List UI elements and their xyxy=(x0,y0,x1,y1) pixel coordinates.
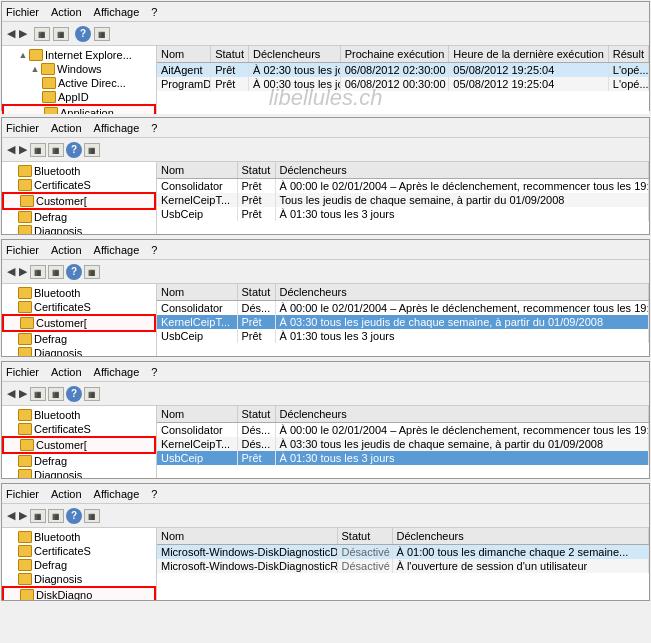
fwd-btn-2[interactable]: ▶ xyxy=(19,143,27,156)
list-pane-2: Nom Statut Déclencheurs Consolidator Prê… xyxy=(157,162,649,234)
tree-item-application[interactable]: Application xyxy=(2,104,156,114)
fwd-btn-5[interactable]: ▶ xyxy=(19,509,27,522)
tree-item-appid[interactable]: AppID xyxy=(2,90,156,104)
menu-help-2[interactable]: ? xyxy=(151,122,157,134)
tree-item-customer-4[interactable]: Customer[ xyxy=(2,436,156,454)
cell-result: L'opé... xyxy=(608,77,648,91)
cell-last: 05/08/2012 19:25:04 xyxy=(449,77,608,91)
tree-pane-4: Bluetooth CertificateS Customer[ Defrag … xyxy=(2,406,157,478)
table-row[interactable]: UsbCeip Prêt À 01:30 tous les 3 jours xyxy=(157,207,649,221)
table-row[interactable]: ProgramDat... Prêt À 00:30 tous les jour… xyxy=(157,77,649,91)
tree-item-defrag-5[interactable]: Defrag xyxy=(2,558,156,572)
tree-item-defrag-2[interactable]: Defrag xyxy=(2,210,156,224)
tree-item-diagnosis-5[interactable]: Diagnosis xyxy=(2,572,156,586)
tree-item-diagnosis-2[interactable]: Diagnosis xyxy=(2,224,156,234)
menubar-1: Fichier Action Affichage ? xyxy=(2,2,649,22)
tree-item-cert-2[interactable]: CertificateS xyxy=(2,178,156,192)
tree-item-cert-3[interactable]: CertificateS xyxy=(2,300,156,314)
tree-item-cert-5[interactable]: CertificateS xyxy=(2,544,156,558)
tree-item-bluetooth-5[interactable]: Bluetooth xyxy=(2,530,156,544)
help-icon-3[interactable]: ? xyxy=(66,264,82,280)
table-row[interactable]: KernelCeipT... Prêt À 03:30 tous les jeu… xyxy=(157,315,649,329)
help-icon-1[interactable]: ? xyxy=(75,26,91,42)
back-btn-4[interactable]: ◀ xyxy=(7,387,15,400)
menu-fichier-3[interactable]: Fichier xyxy=(6,244,39,256)
menu-help[interactable]: ? xyxy=(151,6,157,18)
table-row[interactable]: UsbCeip Prêt À 01:30 tous les 3 jours xyxy=(157,451,649,465)
menu-fichier-5[interactable]: Fichier xyxy=(6,488,39,500)
menu-fichier-2[interactable]: Fichier xyxy=(6,122,39,134)
task-table-3: Nom Statut Déclencheurs Consolidator Dés… xyxy=(157,284,649,343)
task-table-4: Nom Statut Déclencheurs Consolidator Dés… xyxy=(157,406,649,465)
tree-item-diagnosis-3[interactable]: Diagnosis xyxy=(2,346,156,356)
menu-fichier[interactable]: Fichier xyxy=(6,6,39,18)
tree-item-bluetooth-4[interactable]: Bluetooth xyxy=(2,408,156,422)
cell-nom: Microsoft-Windows-DiskDiagnosticResolver xyxy=(157,559,337,573)
menu-help-3[interactable]: ? xyxy=(151,244,157,256)
back-btn[interactable]: ◀ xyxy=(7,27,15,40)
tree-item-internet-explorer[interactable]: ▲ Internet Explore... xyxy=(2,48,156,62)
tree-pane-3: Bluetooth CertificateS Customer[ Defrag … xyxy=(2,284,157,356)
menu-affichage-5[interactable]: Affichage xyxy=(94,488,140,500)
table-row[interactable]: Consolidator Prêt À 00:00 le 02/01/2004 … xyxy=(157,179,649,194)
menu-fichier-4[interactable]: Fichier xyxy=(6,366,39,378)
tree-item-bluetooth-3[interactable]: Bluetooth xyxy=(2,286,156,300)
fwd-btn-4[interactable]: ▶ xyxy=(19,387,27,400)
table-row[interactable]: Consolidator Dés... À 00:00 le 02/01/200… xyxy=(157,423,649,438)
list-pane-5: Nom Statut Déclencheurs Microsoft-Window… xyxy=(157,528,649,600)
menu-affichage-2[interactable]: Affichage xyxy=(94,122,140,134)
menu-help-4[interactable]: ? xyxy=(151,366,157,378)
table-row[interactable]: KernelCeipT... Dés... À 03:30 tous les j… xyxy=(157,437,649,451)
menu-action-5[interactable]: Action xyxy=(51,488,82,500)
tree-item-bluetooth-2[interactable]: Bluetooth xyxy=(2,164,156,178)
toolbar-1: ◀ ▶ ▦ ▦ ? ▦ xyxy=(2,22,649,46)
col-statut: Statut xyxy=(211,46,249,63)
help-icon-2[interactable]: ? xyxy=(66,142,82,158)
menu-action-4[interactable]: Action xyxy=(51,366,82,378)
table-row[interactable]: Consolidator Dés... À 00:00 le 02/01/200… xyxy=(157,301,649,316)
tree-item-cert-4[interactable]: CertificateS xyxy=(2,422,156,436)
tree-item-windows[interactable]: ▲ Windows xyxy=(2,62,156,76)
back-btn-2[interactable]: ◀ xyxy=(7,143,15,156)
help-icon-5[interactable]: ? xyxy=(66,508,82,524)
col-statut-2: Statut xyxy=(237,162,275,179)
table-row[interactable]: Microsoft-Windows-DiskDiagnosticDataColl… xyxy=(157,545,649,560)
help-icon-4[interactable]: ? xyxy=(66,386,82,402)
cell-nom: UsbCeip xyxy=(157,329,237,343)
table-row[interactable]: UsbCeip Prêt À 01:30 tous les 3 jours xyxy=(157,329,649,343)
fwd-btn-3[interactable]: ▶ xyxy=(19,265,27,278)
grid-icon-9: ▦ xyxy=(84,265,100,279)
list-pane-3: Nom Statut Déclencheurs Consolidator Dés… xyxy=(157,284,649,356)
menu-affichage[interactable]: Affichage xyxy=(94,6,140,18)
back-btn-3[interactable]: ◀ xyxy=(7,265,15,278)
menu-affichage-3[interactable]: Affichage xyxy=(94,244,140,256)
menu-affichage-4[interactable]: Affichage xyxy=(94,366,140,378)
tree-item-defrag-4[interactable]: Defrag xyxy=(2,454,156,468)
grid-icon-8: ▦ xyxy=(48,265,64,279)
tree-item-activedirec[interactable]: Active Direc... xyxy=(2,76,156,90)
tree-item-defrag-3[interactable]: Defrag xyxy=(2,332,156,346)
back-btn-5[interactable]: ◀ xyxy=(7,509,15,522)
grid-icon-13: ▦ xyxy=(30,509,46,523)
tree-item-diskdiagno-5[interactable]: DiskDiagno xyxy=(2,586,156,600)
fwd-btn[interactable]: ▶ xyxy=(19,27,27,40)
table-row[interactable]: Microsoft-Windows-DiskDiagnosticResolver… xyxy=(157,559,649,573)
folder-icon xyxy=(29,49,43,61)
menu-action-2[interactable]: Action xyxy=(51,122,82,134)
table-row[interactable]: AitAgent Prêt À 02:30 tous les jours 06/… xyxy=(157,63,649,78)
menu-help-5[interactable]: ? xyxy=(151,488,157,500)
menu-action-3[interactable]: Action xyxy=(51,244,82,256)
section4: Fichier Action Affichage ? ◀ ▶ ▦ ▦ ? ▦ B… xyxy=(1,361,650,479)
toolbar-3: ◀ ▶ ▦ ▦ ? ▦ xyxy=(2,260,649,284)
tree-item-customer-3[interactable]: Customer[ xyxy=(2,314,156,332)
menu-action[interactable]: Action xyxy=(51,6,82,18)
tree-item-diagnosis-4[interactable]: Diagnosis xyxy=(2,468,156,478)
tree-item-customer-2[interactable]: Customer[ xyxy=(2,192,156,210)
grid-icon-1: ▦ xyxy=(34,27,50,41)
cell-statut: Désactivé xyxy=(337,559,392,573)
table-row[interactable]: KernelCeipT... Prêt Tous les jeudis de c… xyxy=(157,193,649,207)
menubar-3: Fichier Action Affichage ? xyxy=(2,240,649,260)
section5: Fichier Action Affichage ? ◀ ▶ ▦ ▦ ? ▦ B… xyxy=(1,483,650,601)
menubar-5: Fichier Action Affichage ? xyxy=(2,484,649,504)
grid-icon-10: ▦ xyxy=(30,387,46,401)
